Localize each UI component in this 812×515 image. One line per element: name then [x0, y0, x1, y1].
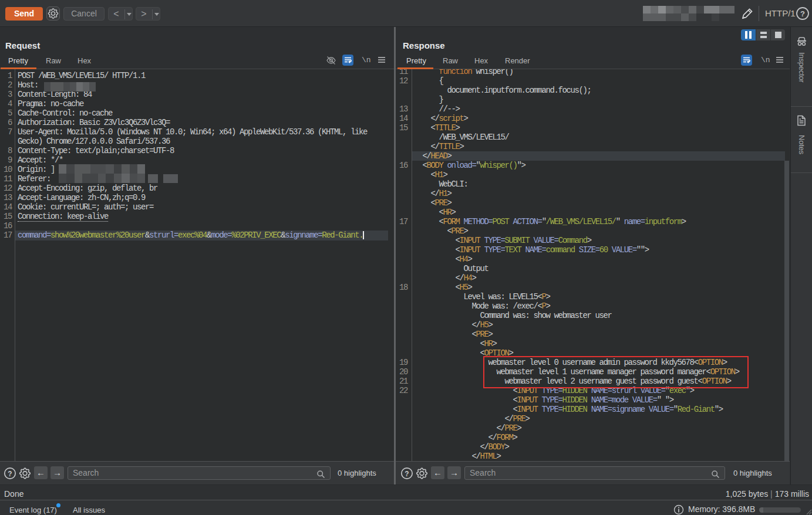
- svg-text:?: ?: [800, 9, 805, 18]
- svg-text:?: ?: [8, 470, 12, 478]
- svg-text:?: ?: [405, 470, 409, 478]
